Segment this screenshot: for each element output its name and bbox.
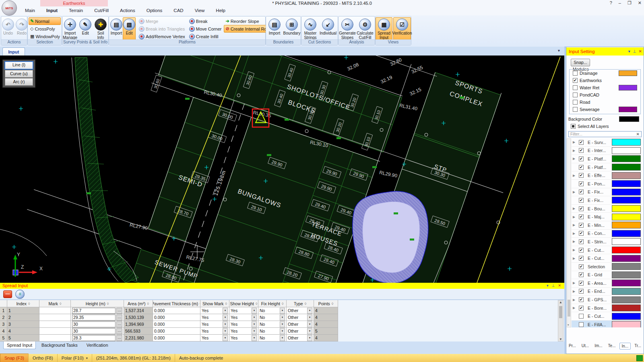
right-panel-tab[interactable]: Te... (606, 343, 618, 350)
module-checkbox[interactable] (573, 100, 578, 105)
grid-cell[interactable] (39, 314, 71, 321)
ellipsis-button[interactable]: … (116, 321, 122, 327)
right-panel-tab[interactable]: In... (619, 343, 631, 350)
layer-color-swatch[interactable] (612, 155, 641, 162)
grid-cell[interactable]: Yes▾ (229, 321, 258, 328)
grid-cell[interactable]: Other▾ (287, 314, 314, 321)
layer-expander-icon[interactable]: ▶ (572, 306, 576, 310)
layer-row[interactable]: ✔E - Pon... (572, 180, 642, 188)
layer-row[interactable]: ▶✔E - Cut... (572, 254, 642, 263)
grid-column-header[interactable]: Show Mark◊ (200, 300, 229, 307)
menu-tab-cutfill[interactable]: Cut/Fill (94, 8, 109, 13)
layer-checkbox[interactable]: ✔ (579, 165, 584, 170)
row-number-cell[interactable]: 5 (0, 335, 7, 341)
generate-slopes-button[interactable]: ✂Generate Slopes (339, 17, 356, 40)
spread-close-icon[interactable]: ✕ (558, 283, 561, 289)
help-icon[interactable]: ? (610, 0, 612, 6)
layer-expander-icon[interactable]: ▶ (572, 140, 576, 144)
layer-color-swatch[interactable] (612, 272, 641, 278)
layer-checkbox[interactable]: ✔ (579, 140, 584, 145)
grid-cell[interactable]: 30… (71, 328, 124, 335)
module-color-swatch[interactable] (619, 107, 637, 112)
grid-cell[interactable]: 28.3… (71, 335, 124, 341)
module-color-swatch[interactable] (619, 70, 637, 76)
layer-color-swatch[interactable] (612, 230, 641, 237)
ellipsis-button[interactable]: … (116, 335, 122, 341)
layer-expander-icon[interactable]: ▶ (572, 240, 576, 243)
grid-cell[interactable]: 4 (314, 335, 338, 341)
layer-expander-icon[interactable]: ▶ (572, 223, 576, 227)
grid-cell[interactable]: Yes▾ (229, 328, 258, 335)
bottom-tab-verification[interactable]: Verification (83, 341, 111, 349)
boundary-button[interactable]: ⊞Boundary (283, 17, 301, 36)
dropdown-icon[interactable]: ▾ (252, 328, 257, 334)
break-into-triangles-button[interactable]: Break into Triangles (137, 25, 187, 33)
individual-button[interactable]: ↙Individual (319, 17, 337, 40)
grid-cell[interactable]: No▾ (258, 307, 287, 314)
curve-tool-button[interactable]: Curve (u) (5, 70, 33, 78)
grid-column-header[interactable]: Mark◊ (39, 300, 71, 307)
grid-cell[interactable]: Yes▾ (229, 314, 258, 321)
layer-checkbox[interactable]: ✔ (579, 214, 584, 219)
dropdown-icon[interactable]: ▾ (252, 315, 257, 321)
layer-checkbox[interactable]: ✔ (579, 181, 584, 186)
dropdown-icon[interactable]: ▾ (280, 321, 285, 327)
move-corner-button[interactable]: Move Corner (188, 25, 223, 33)
dropdown-icon[interactable]: ▾ (223, 335, 228, 341)
menu-tab-actions[interactable]: Actions (120, 8, 135, 13)
right-panel-tab[interactable]: Im... (592, 343, 604, 350)
grid-cell[interactable]: Other▾ (287, 335, 314, 341)
sort-icon[interactable]: ◊ (28, 302, 30, 306)
layer-color-swatch[interactable] (612, 214, 641, 220)
layer-expander-icon[interactable]: ▶ (572, 290, 576, 293)
grid-cell[interactable]: No▾ (258, 321, 287, 328)
grid-cell[interactable]: 28.7… (71, 307, 124, 314)
redo-button[interactable]: ↷Redo (15, 17, 28, 36)
layer-row[interactable]: ▶✔E - Maj... (572, 213, 642, 221)
layer-row[interactable]: ▶✔E - Min... (572, 221, 642, 230)
grid-cell[interactable]: No▾ (258, 335, 287, 341)
layer-checkbox[interactable]: ✔ (579, 173, 584, 178)
grid-cell[interactable]: Yes▾ (229, 335, 258, 341)
master-strings-button[interactable]: ∿Master Strings (301, 17, 319, 40)
calculate-cutfill-button[interactable]: ⚙Calculate Cut/Fill (356, 17, 374, 40)
module-checkbox[interactable]: ✔ (573, 78, 578, 83)
dropdown-icon[interactable]: ▾ (223, 328, 228, 334)
dropdown-icon[interactable]: ▾ (307, 328, 312, 334)
dropdown-icon[interactable]: ▾ (223, 308, 228, 314)
grid-cell[interactable]: No▾ (258, 328, 287, 335)
merge-button[interactable]: Merge (137, 17, 187, 25)
grid-cell[interactable]: Yes▾ (200, 321, 229, 328)
grid-cell[interactable]: 1,394.969 (124, 321, 153, 328)
grid-column-header[interactable]: Fix Height◊ (258, 300, 287, 307)
select-all-layers-checkbox[interactable] (571, 124, 576, 129)
layer-row[interactable]: ✔E - Grid (572, 271, 642, 280)
layer-expander-icon[interactable]: ▶ (572, 281, 576, 285)
dropdown-icon[interactable]: ▾ (280, 308, 285, 314)
grid-cell[interactable] (39, 321, 71, 328)
layer-color-swatch[interactable] (612, 164, 641, 171)
layer-checkbox[interactable] (579, 322, 584, 327)
grid-cell[interactable]: 5 (7, 335, 39, 341)
platform-import-button[interactable]: ▤Import (110, 17, 123, 40)
module-checkbox[interactable] (573, 71, 578, 76)
grid-cell[interactable]: 566.593 (124, 328, 153, 335)
layer-expander-icon[interactable]: ▶ (572, 232, 576, 235)
layer-row[interactable]: ✔E - Platf... (572, 163, 642, 172)
height-input[interactable]: 30 (72, 328, 116, 334)
grid-cell[interactable]: 0.000 (153, 328, 200, 335)
layer-color-swatch[interactable] (612, 147, 641, 154)
height-input[interactable]: 29.35 (72, 315, 116, 321)
grid-cell[interactable]: Yes▾ (229, 307, 258, 314)
ellipsis-button[interactable]: … (116, 308, 122, 314)
break-button[interactable]: Break (188, 17, 223, 25)
verification-view-button[interactable]: ☑Verification (393, 17, 411, 40)
sort-icon[interactable]: ◊ (147, 302, 149, 306)
menu-tab-options[interactable]: Options (147, 8, 163, 13)
grid-cell[interactable] (39, 307, 71, 314)
layer-color-swatch[interactable] (612, 205, 641, 212)
menu-tab-view[interactable]: View (195, 8, 205, 13)
line-tool-button[interactable]: Line (l) (4, 61, 33, 70)
row-number-cell[interactable]: 4 (0, 328, 7, 335)
layer-row[interactable]: ▶✔E - Fix... (572, 188, 642, 197)
